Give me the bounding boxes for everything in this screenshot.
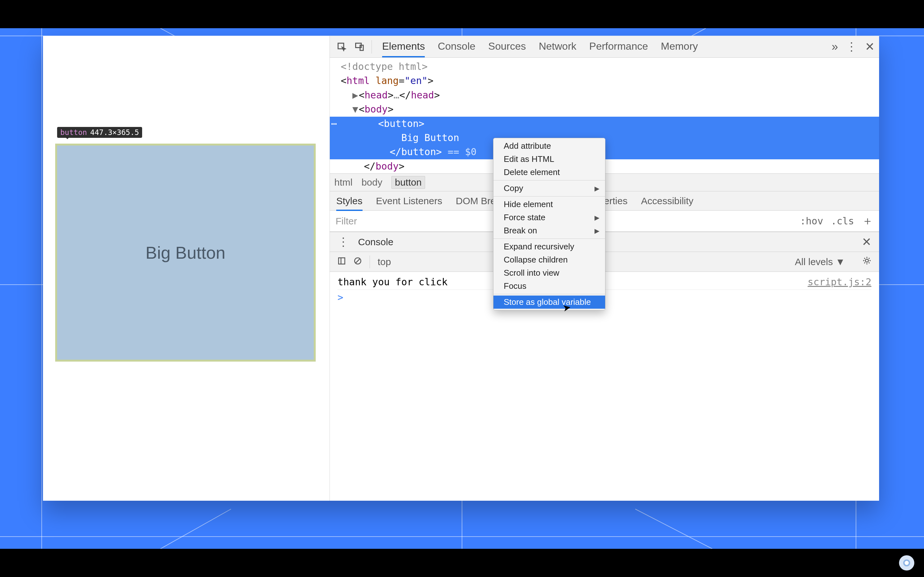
dom-doctype[interactable]: <!doctype html> [338,60,879,74]
context-menu-item[interactable]: Focus [493,279,605,293]
context-menu-label: Scroll into view [504,268,559,278]
big-button-label: Big Button [145,243,225,263]
console-sidebar-icon[interactable] [338,256,346,268]
context-menu-label: Focus [504,281,527,291]
context-menu-item[interactable]: Add attribute [493,139,605,153]
context-menu-label: Store as global variable [504,297,591,307]
toolbar-divider [372,40,372,53]
subtab-styles[interactable]: Styles [336,191,363,211]
context-menu-item[interactable]: Delete element [493,166,605,179]
dom-body-open[interactable]: ▼<body> [338,102,879,116]
context-menu-label: Expand recursively [504,242,574,251]
close-devtools-icon[interactable]: ✕ [865,41,875,53]
context-menu-label: Collapse children [504,255,567,265]
svg-rect-13 [338,258,345,264]
close-drawer-icon[interactable]: ✕ [862,236,871,248]
dom-body-close[interactable]: </body> [338,159,879,173]
context-menu-label: Hide element [504,199,553,210]
tab-console[interactable]: Console [438,36,475,57]
devtools-tabs: Elements Console Sources Network Perform… [382,36,826,57]
context-menu-item[interactable]: Edit as HTML [493,153,605,166]
console-message-text: thank you for click [338,276,447,287]
context-menu-item[interactable]: Scroll into view [493,266,605,279]
crumb-button[interactable]: button [391,176,425,189]
tab-performance[interactable]: Performance [590,36,648,57]
svg-line-9 [160,509,231,549]
chrome-logo-icon [898,554,915,571]
drawer-kebab-icon[interactable]: ⋮ [338,236,349,248]
rendered-page: button 447.3×365.5 Big Button [43,36,330,501]
cls-toggle[interactable]: .cls [831,215,854,227]
tab-network[interactable]: Network [539,36,576,57]
device-toggle-icon[interactable] [354,41,366,53]
kebab-menu-icon[interactable]: ⋮ [846,41,857,53]
tab-memory[interactable]: Memory [661,36,698,57]
context-menu-item[interactable]: Copy▶ [493,182,605,195]
devtools-toolbar: Elements Console Sources Network Perform… [330,36,879,58]
console-tab[interactable]: Console [358,237,393,247]
crumb-html[interactable]: html [334,177,352,188]
context-menu-label: Edit as HTML [504,154,554,164]
context-menu[interactable]: Add attributeEdit as HTMLDelete elementC… [493,138,606,310]
console-message-source[interactable]: script.js:2 [808,276,871,287]
tooltip-dimensions: 447.3×365.5 [90,128,139,137]
context-menu-separator [493,196,605,197]
context-menu-item[interactable]: Expand recursively [493,240,605,253]
svg-point-20 [905,561,909,565]
context-menu-label: Add attribute [504,141,551,151]
context-menu-separator [493,239,605,239]
tab-elements[interactable]: Elements [382,36,425,57]
svg-point-17 [865,259,868,262]
dom-head[interactable]: ▶<head>…</head> [338,88,879,102]
big-button[interactable]: Big Button [55,143,316,362]
dom-html-open[interactable]: <html lang="en"> [338,74,879,88]
context-menu-item[interactable]: Break on▶ [493,224,605,237]
crumb-body[interactable]: body [362,177,383,188]
submenu-arrow-icon: ▶ [594,227,599,235]
context-menu-label: Force state [504,213,545,222]
tab-sources[interactable]: Sources [488,36,526,57]
inspect-icon[interactable] [336,41,348,53]
tooltip-tag: button [60,128,87,137]
context-menu-item[interactable]: Hide element [493,198,605,211]
element-tooltip: button 447.3×365.5 [57,127,142,138]
clear-console-icon[interactable] [354,256,362,268]
console-settings-icon[interactable] [863,256,871,268]
subtab-event-listeners[interactable]: Event Listeners [376,191,443,211]
submenu-arrow-icon: ▶ [594,214,599,221]
svg-line-8 [635,509,712,549]
context-menu-label: Delete element [504,167,560,177]
console-level-filter[interactable]: All levels ▼ [795,256,845,268]
browser-window: button 447.3×365.5 Big Button Elements [43,36,879,501]
context-menu-separator [493,180,605,181]
context-menu-separator [493,294,605,294]
hov-toggle[interactable]: :hov [800,215,823,227]
context-menu-item[interactable]: Collapse children [493,253,605,266]
devtools-panel: Elements Console Sources Network Perform… [330,36,879,501]
context-menu-label: Break on [504,226,537,235]
console-context[interactable]: top [378,256,391,268]
context-menu-item[interactable]: Force state▶ [493,211,605,224]
submenu-arrow-icon: ▶ [594,185,599,192]
svg-line-16 [356,259,360,263]
subtab-accessibility[interactable]: Accessibility [641,191,693,211]
new-style-rule-icon[interactable]: ＋ [862,213,873,229]
more-tabs-icon[interactable]: » [832,41,838,53]
context-menu-item[interactable]: Store as global variable [493,295,605,309]
selected-marker-icon: ⋯ [331,117,337,131]
context-menu-label: Copy [504,183,523,193]
